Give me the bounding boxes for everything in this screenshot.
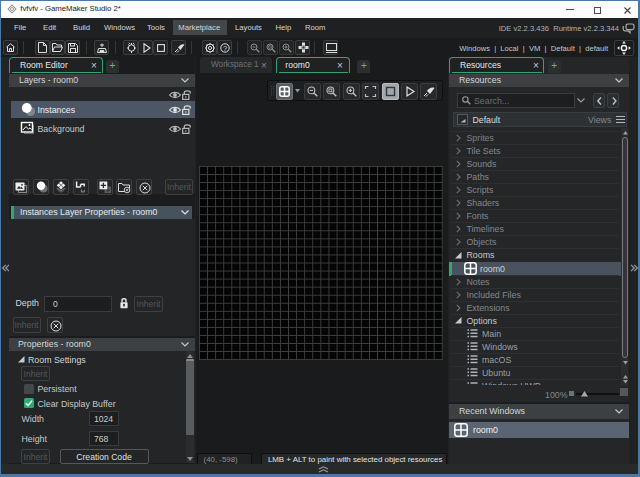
svg-text:?: ? (223, 44, 227, 53)
